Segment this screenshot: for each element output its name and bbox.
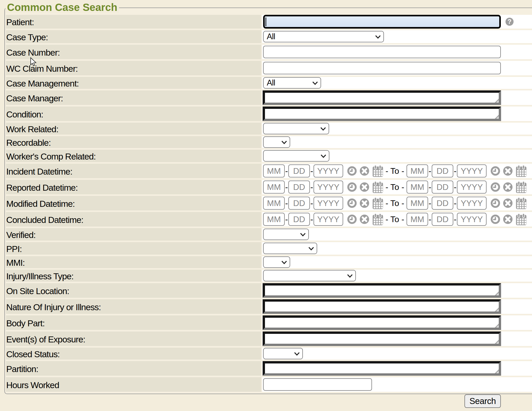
svg-text:?: ? <box>508 18 511 25</box>
